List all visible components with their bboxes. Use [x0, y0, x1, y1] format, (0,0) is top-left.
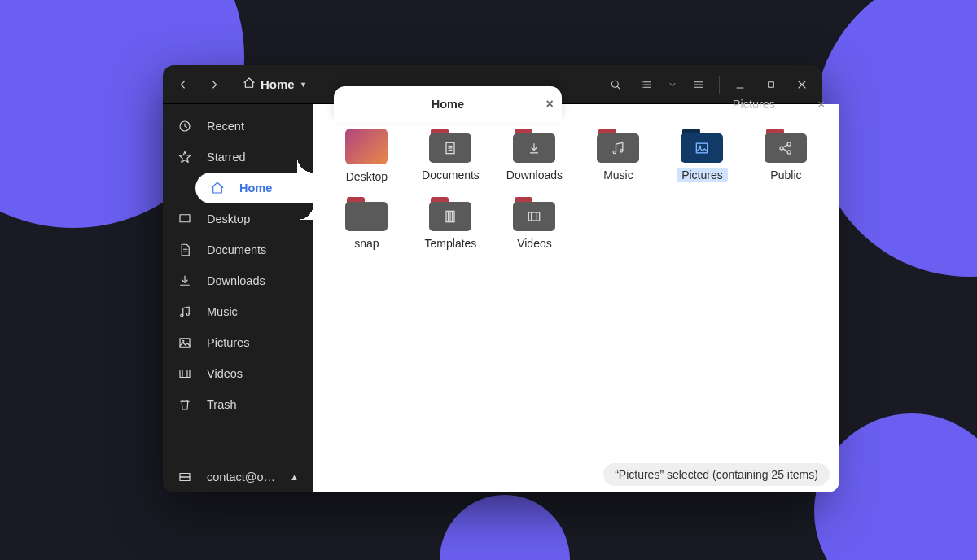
svg-point-7	[642, 87, 642, 88]
sidebar-item-starred[interactable]: Starred	[163, 142, 313, 173]
forward-button[interactable]	[200, 71, 228, 98]
sidebar-item-mount[interactable]: contact@o… ▲	[163, 462, 313, 492]
file-item-label: Pictures	[677, 168, 728, 182]
video-icon	[177, 366, 192, 381]
main-pane: Home × Pictures × DesktopDocumentsDownlo…	[313, 104, 839, 492]
folder-icon	[429, 129, 471, 163]
svg-line-42	[783, 145, 788, 147]
tab-pictures[interactable]: Pictures ×	[677, 86, 831, 122]
file-item-downloads[interactable]: Downloads	[496, 129, 573, 184]
file-item-label: Documents	[417, 168, 484, 182]
tab-home[interactable]: Home ×	[334, 86, 562, 122]
desktop-tile-icon	[345, 129, 388, 164]
svg-point-36	[620, 150, 623, 152]
file-grid: DesktopDocumentsDownloadsMusicPicturesPu…	[313, 104, 839, 251]
svg-point-21	[181, 314, 183, 317]
sidebar-item-label: Music	[207, 305, 238, 318]
svg-marker-16	[179, 151, 191, 162]
sidebar-item-label: Videos	[207, 367, 243, 380]
sidebar-item-home[interactable]: Home	[195, 173, 313, 203]
sidebar-item-label: Trash	[207, 398, 237, 411]
file-item-videos[interactable]: Videos	[496, 197, 573, 251]
sidebar-item-downloads[interactable]: Downloads	[163, 265, 313, 296]
tab-bar: Home ×	[334, 86, 562, 122]
sidebar-item-label: Documents	[207, 243, 266, 256]
sidebar: Recent Starred Home Desktop Documents Do…	[163, 104, 313, 492]
search-button[interactable]	[602, 71, 629, 98]
svg-line-1	[617, 86, 620, 89]
sidebar-item-label: Recent	[207, 120, 244, 133]
breadcrumb-label: Home	[261, 77, 295, 91]
file-item-public[interactable]: Public	[747, 129, 825, 184]
svg-rect-25	[180, 370, 190, 378]
file-item-label: Downloads	[502, 168, 567, 182]
svg-rect-29	[180, 477, 190, 481]
tab-label: Pictures	[733, 98, 775, 111]
file-item-pictures[interactable]: Pictures	[664, 129, 741, 184]
eject-icon[interactable]: ▲	[290, 472, 299, 482]
folder-icon	[597, 129, 639, 163]
svg-point-24	[182, 340, 184, 342]
svg-rect-28	[180, 474, 190, 478]
sidebar-item-label: Downloads	[207, 274, 265, 287]
file-item-label: Desktop	[341, 169, 392, 184]
file-item-documents[interactable]: Documents	[412, 129, 489, 184]
file-item-snap[interactable]: snap	[328, 197, 405, 251]
home-icon	[210, 181, 225, 195]
chevron-down-icon: ▾	[301, 80, 305, 89]
file-item-label: Music	[598, 168, 638, 182]
folder-icon	[345, 197, 388, 231]
folder-icon	[513, 129, 555, 163]
sidebar-item-label: Pictures	[207, 336, 249, 349]
sidebar-item-trash[interactable]: Trash	[163, 389, 313, 420]
back-button[interactable]	[169, 71, 197, 98]
view-list-button[interactable]	[633, 71, 660, 98]
bg-blob	[440, 495, 570, 560]
sidebar-item-label: Home	[239, 182, 272, 195]
folder-icon	[681, 129, 723, 163]
sidebar-item-label: Starred	[207, 151, 246, 164]
file-manager-window: Home ▾ Recent	[163, 65, 822, 492]
svg-line-43	[783, 149, 788, 151]
tab-close-button[interactable]: ×	[546, 97, 554, 112]
svg-rect-48	[529, 212, 540, 221]
music-icon	[177, 304, 192, 319]
tab-label: Home	[432, 98, 464, 111]
sidebar-item-label: Desktop	[207, 212, 250, 225]
folder-icon	[513, 197, 555, 231]
tab-close-button[interactable]: ×	[817, 98, 824, 111]
desktop-icon	[177, 212, 192, 226]
path-breadcrumb[interactable]: Home ▾	[236, 73, 312, 95]
svg-rect-23	[180, 339, 190, 348]
download-icon	[177, 273, 192, 288]
svg-point-5	[642, 81, 642, 82]
sidebar-item-pictures[interactable]: Pictures	[163, 327, 313, 358]
documents-icon	[177, 243, 192, 257]
folder-icon	[765, 129, 807, 163]
clock-icon	[177, 119, 192, 133]
file-item-label: Videos	[512, 236, 557, 251]
svg-rect-37	[697, 143, 708, 153]
svg-point-35	[614, 151, 616, 153]
file-item-templates[interactable]: Templates	[412, 197, 489, 251]
trash-icon	[177, 397, 192, 412]
status-text: “Pictures” selected (containing 25 items…	[615, 468, 818, 481]
drive-icon	[177, 470, 192, 484]
folder-icon	[429, 197, 471, 231]
svg-rect-17	[180, 215, 190, 222]
file-item-label: snap	[349, 236, 383, 251]
home-icon	[243, 77, 256, 92]
image-icon	[177, 335, 192, 350]
sidebar-item-documents[interactable]: Documents	[163, 234, 313, 265]
svg-point-6	[642, 84, 642, 85]
file-item-label: Public	[765, 168, 806, 182]
svg-point-22	[186, 313, 189, 316]
star-icon	[177, 150, 192, 164]
sidebar-item-videos[interactable]: Videos	[163, 358, 313, 389]
sidebar-item-music[interactable]: Music	[163, 296, 313, 327]
file-item-music[interactable]: Music	[580, 129, 657, 184]
sidebar-item-desktop[interactable]: Desktop	[163, 203, 313, 234]
sidebar-item-recent[interactable]: Recent	[163, 111, 313, 142]
file-item-desktop[interactable]: Desktop	[328, 129, 405, 184]
sidebar-item-label: contact@o…	[207, 470, 275, 483]
